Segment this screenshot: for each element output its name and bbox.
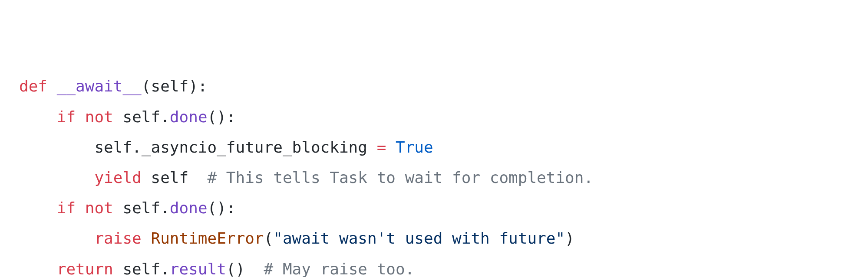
function-name: __await__	[57, 77, 142, 95]
call-parens-colon: ():	[208, 199, 236, 217]
code-line-2: if not self.done():	[19, 108, 236, 126]
code-line-1: def __await__(self):	[19, 77, 208, 95]
paren-close: )	[565, 229, 574, 247]
call-parens-colon: ():	[208, 108, 236, 126]
op-assign: =	[367, 138, 396, 156]
cls-runtimeerror: RuntimeError	[151, 229, 264, 247]
indent	[19, 229, 94, 247]
const-true: True	[396, 138, 433, 156]
dot: .	[160, 260, 170, 277]
dot: .	[160, 108, 170, 126]
kw-not: not	[85, 199, 113, 217]
id-self: self	[122, 108, 160, 126]
kw-raise: raise	[94, 229, 141, 247]
method-done: done	[170, 199, 208, 217]
id-self: self	[122, 199, 160, 217]
dot: .	[160, 199, 170, 217]
code-line-6: raise RuntimeError("await wasn't used wi…	[19, 229, 574, 247]
method-result: result	[170, 260, 226, 277]
indent	[19, 138, 94, 156]
paren-open: (	[142, 77, 151, 95]
indent	[19, 108, 57, 126]
indent	[19, 169, 94, 186]
kw-return: return	[57, 260, 113, 277]
dot: .	[132, 138, 142, 156]
code-line-4: yield self # This tells Task to wait for…	[19, 169, 593, 186]
kw-def: def	[19, 77, 47, 95]
indent	[19, 260, 57, 277]
id-self: self	[94, 138, 132, 156]
call-parens: ()	[226, 260, 245, 277]
comment: # May raise too.	[264, 260, 415, 277]
id-self: self	[122, 260, 160, 277]
id-self: self	[151, 169, 188, 186]
code-line-7: return self.result() # May raise too.	[19, 260, 414, 277]
string-literal: "await wasn't used with future"	[273, 229, 565, 247]
paren-close-colon: ):	[188, 77, 207, 95]
param-self: self	[151, 77, 188, 95]
attr-blocking: _asyncio_future_blocking	[142, 138, 367, 156]
code-line-3: self._asyncio_future_blocking = True	[19, 138, 433, 156]
code-line-5: if not self.done():	[19, 199, 236, 217]
indent	[19, 199, 57, 217]
method-done: done	[170, 108, 208, 126]
code-block: def __await__(self): if not self.done():…	[19, 77, 593, 277]
paren-open: (	[264, 229, 274, 247]
kw-if: if	[57, 108, 76, 126]
comment: # This tells Task to wait for completion…	[208, 169, 594, 186]
kw-not: not	[85, 108, 113, 126]
kw-yield: yield	[94, 169, 141, 186]
kw-if: if	[57, 199, 76, 217]
